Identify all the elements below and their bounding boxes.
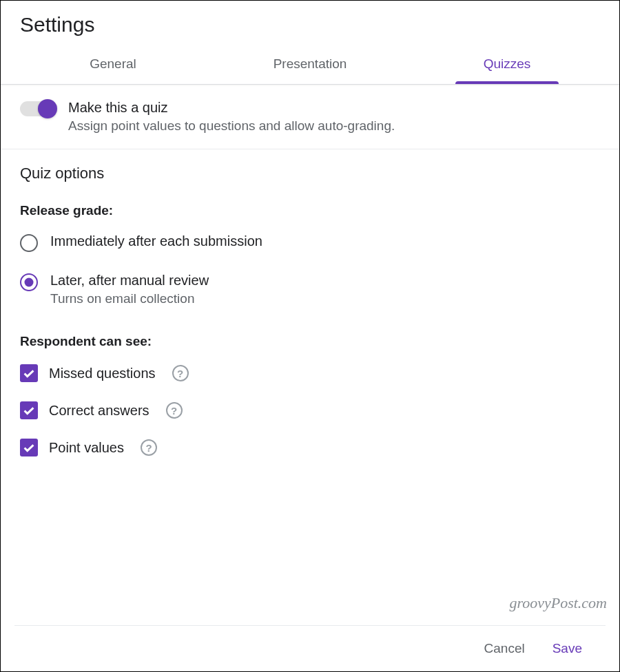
radio-later-sub: Turns on email collection	[50, 291, 209, 306]
page-title: Settings	[20, 13, 600, 36]
dialog-footer: Cancel Save	[14, 625, 606, 671]
tab-general[interactable]: General	[14, 43, 211, 84]
checkbox-points-label: Point values	[49, 440, 124, 456]
release-option-immediate[interactable]: Immediately after each submission	[20, 233, 600, 252]
checkbox-correct-label: Correct answers	[49, 403, 149, 419]
help-icon[interactable]: ?	[172, 365, 189, 381]
tabs-bar: General Presentation Quizzes	[1, 43, 619, 85]
checkbox-missed-label: Missed questions	[49, 366, 156, 381]
make-quiz-subtitle: Assign point values to questions and all…	[68, 118, 395, 134]
make-quiz-title: Make this a quiz	[68, 100, 395, 116]
make-quiz-row: Make this a quiz Assign point values to …	[1, 85, 619, 149]
checkbox-missed[interactable]	[20, 364, 38, 382]
cancel-button[interactable]: Cancel	[484, 641, 525, 656]
help-icon[interactable]: ?	[141, 439, 157, 456]
tab-presentation[interactable]: Presentation	[211, 43, 409, 84]
respondent-points-row: Point values ?	[20, 439, 600, 456]
save-button[interactable]: Save	[552, 641, 582, 656]
make-quiz-toggle[interactable]	[20, 101, 54, 116]
respondent-correct-row: Correct answers ?	[20, 401, 600, 419]
radio-later[interactable]	[20, 273, 38, 291]
release-grade-label: Release grade:	[20, 203, 600, 218]
dialog-header: Settings	[1, 1, 619, 43]
release-option-later[interactable]: Later, after manual review Turns on emai…	[20, 273, 600, 306]
check-icon	[21, 366, 37, 381]
radio-immediate-label: Immediately after each submission	[50, 233, 262, 249]
tab-quizzes[interactable]: Quizzes	[409, 43, 606, 84]
check-icon	[21, 440, 37, 455]
checkbox-points[interactable]	[20, 439, 38, 456]
check-icon	[21, 403, 37, 418]
toggle-knob	[38, 99, 57, 118]
respondent-label: Respondent can see:	[20, 334, 600, 349]
radio-immediate[interactable]	[20, 234, 38, 252]
checkbox-correct[interactable]	[20, 401, 38, 419]
respondent-missed-row: Missed questions ?	[20, 364, 600, 382]
radio-later-label: Later, after manual review	[50, 273, 209, 288]
help-icon[interactable]: ?	[166, 402, 183, 419]
quiz-options-section: Quiz options Release grade: Immediately …	[1, 149, 619, 491]
watermark: groovyPost.com	[509, 594, 607, 612]
quiz-options-title: Quiz options	[20, 165, 600, 182]
